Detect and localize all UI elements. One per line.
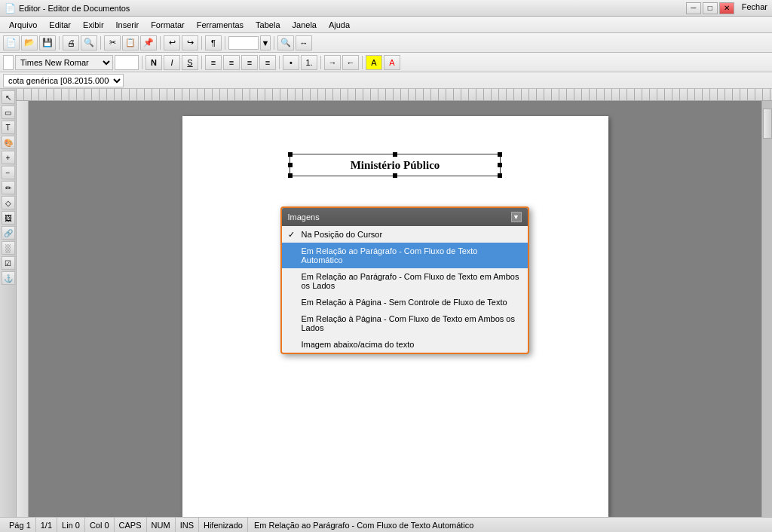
handle-tm[interactable]	[393, 152, 397, 157]
status-main-label: Em Relação ao Parágrafo - Com Fluxo de T…	[254, 521, 473, 530]
align-left-button[interactable]: ≡	[205, 55, 222, 70]
maximize-button[interactable]: □	[703, 2, 718, 14]
redo-button[interactable]: ↪	[182, 35, 198, 50]
handle-bl[interactable]	[288, 173, 293, 178]
status-num: NUM	[147, 518, 176, 532]
new-button[interactable]: 📄	[3, 35, 20, 50]
popup-close-button[interactable]: ▼	[511, 212, 522, 222]
status-main-text: Em Relação ao Parágrafo - Com Fluxo de T…	[248, 521, 767, 530]
highlight-button[interactable]: A	[366, 55, 382, 70]
font-name-select[interactable]: Times New Romar	[15, 55, 113, 70]
vertical-ruler	[17, 101, 29, 517]
handle-tl[interactable]	[288, 152, 293, 157]
tool-text[interactable]: T	[2, 121, 15, 134]
font-color-button[interactable]: A	[384, 55, 400, 70]
image-selection-box[interactable]: Ministério Público	[290, 154, 501, 176]
tool-zoom-in[interactable]: +	[2, 151, 15, 164]
popup-item-no-flow[interactable]: Em Relação à Página - Sem Controle de Fl…	[282, 294, 528, 310]
zoom-area: 89% ▼	[228, 35, 271, 50]
tool-cursor[interactable]: ↖	[2, 90, 15, 104]
status-caps-label: CAPS	[119, 521, 142, 530]
status-ins-label: INS	[180, 521, 194, 530]
images-popup: Imagens ▼ Na Posição do Cursor Em Relaçã…	[280, 206, 529, 354]
underline-button[interactable]: S	[182, 55, 198, 70]
menu-tabela[interactable]: Tabela	[250, 17, 286, 32]
align-justify-button[interactable]: ≡	[259, 55, 276, 70]
open-button[interactable]: 📂	[21, 35, 38, 50]
popup-item-both-sides[interactable]: Em Relação ao Parágrafo - Com Fluxo de T…	[282, 268, 528, 294]
tool-paint[interactable]: 🎨	[2, 136, 15, 149]
list-unordered-button[interactable]: •	[283, 55, 299, 70]
handle-bm[interactable]	[393, 173, 397, 178]
tool-shape[interactable]: ◇	[2, 196, 15, 209]
handle-ml[interactable]	[288, 163, 293, 167]
menu-exibir[interactable]: Exibir	[77, 17, 110, 32]
menu-formatar[interactable]: Formatar	[145, 17, 191, 32]
tool-field[interactable]: ░	[2, 241, 15, 255]
minimize-button[interactable]: ─	[686, 2, 701, 14]
tool-draw[interactable]: ✏	[2, 181, 15, 194]
tool-anchor[interactable]: ⚓	[2, 271, 15, 285]
menu-arquivo[interactable]: Arquivo	[3, 17, 43, 32]
replace-button[interactable]: ↔	[296, 35, 312, 50]
save-button[interactable]: 💾	[39, 35, 56, 50]
tool-image[interactable]: 🖼	[2, 211, 15, 225]
cut-button[interactable]: ✂	[104, 35, 121, 50]
tool-select[interactable]: ▭	[2, 105, 15, 119]
find-button[interactable]: 🔍	[277, 35, 294, 50]
align-center-button[interactable]: ≡	[223, 55, 240, 70]
popup-item-below-above[interactable]: Imagem abaixo/acima do texto	[282, 336, 528, 353]
menu-inserir[interactable]: Inserir	[110, 17, 146, 32]
paste-button[interactable]: 📌	[140, 35, 157, 50]
format-toolbar: Times New Romar 12 N I S ≡ ≡ ≡ ≡ • 1. → …	[0, 53, 772, 72]
doc-scroll: Ministério Público Imagens ▼ Na Posição …	[17, 101, 772, 517]
page-title: Ministério Público	[351, 159, 440, 172]
status-page-ratio: 1/1	[36, 518, 57, 532]
copy-button[interactable]: 📋	[122, 35, 139, 50]
zoom-dropdown[interactable]: ▼	[260, 35, 271, 50]
tool-zoom-out[interactable]: −	[2, 166, 15, 179]
tool-link[interactable]: 🔗	[2, 226, 15, 240]
font-size-input[interactable]: 12	[115, 55, 139, 70]
status-page-label: Pág 1	[9, 521, 31, 530]
indent-less-button[interactable]: ←	[342, 55, 359, 70]
menu-ferramentas[interactable]: Ferramentas	[191, 17, 250, 32]
list-ordered-button[interactable]: 1.	[301, 55, 317, 70]
preview-button[interactable]: 🔍	[81, 35, 97, 50]
menu-editar[interactable]: Editar	[43, 17, 77, 32]
indent-more-button[interactable]: →	[324, 55, 341, 70]
print-button[interactable]: 🖨	[63, 35, 79, 50]
close-button[interactable]: ✕	[719, 2, 734, 14]
bold-button[interactable]: N	[146, 55, 162, 70]
toolbar-sep-2	[100, 36, 101, 50]
popup-item-cursor[interactable]: Na Posição do Cursor	[282, 226, 528, 243]
zoom-input[interactable]: 89%	[228, 36, 259, 50]
italic-button[interactable]: I	[164, 55, 180, 70]
popup-title: Imagens	[288, 212, 320, 222]
popup-overlay: Imagens ▼ Na Posição do Cursor Em Relaçã…	[280, 206, 529, 354]
status-line-label: Lin 0	[62, 521, 80, 530]
align-right-button[interactable]: ≡	[241, 55, 258, 70]
handle-br[interactable]	[498, 173, 502, 178]
vertical-scrollbar[interactable]	[761, 101, 772, 517]
popup-item-page-both[interactable]: Em Relação à Página - Com Fluxo de Texto…	[282, 310, 528, 336]
app-icon: 📄	[5, 3, 16, 14]
document-page: Ministério Público Imagens ▼ Na Posição …	[182, 116, 608, 517]
scrollbar-thumb[interactable]	[763, 109, 772, 139]
title-bar-title: Editor - Editor de Documentos	[19, 4, 130, 13]
undo-button[interactable]: ↩	[164, 35, 180, 50]
paragraph-style-select[interactable]: cota genérica [08.2015.00000002-5]	[3, 74, 124, 87]
fechar-button[interactable]: Fechar	[742, 2, 767, 14]
menu-ajuda[interactable]: Ajuda	[323, 17, 356, 32]
menu-janela[interactable]: Janela	[286, 17, 323, 32]
handle-mr[interactable]	[498, 163, 502, 167]
pilcrow-button[interactable]: ¶	[205, 35, 222, 50]
status-bar: Pág 1 1/1 Lin 0 Col 0 CAPS NUM INS Hifen…	[0, 517, 772, 532]
font-style-input[interactable]	[3, 55, 14, 70]
tool-form[interactable]: ☑	[2, 256, 15, 270]
handle-tr[interactable]	[498, 152, 502, 157]
toolbar-sep-4	[201, 36, 202, 50]
main-area: Ministério Público Imagens ▼ Na Posição …	[17, 89, 772, 517]
popup-item-auto-flow[interactable]: Em Relação ao Parágrafo - Com Fluxo de T…	[282, 243, 528, 268]
status-page-ratio-label: 1/1	[41, 521, 52, 530]
